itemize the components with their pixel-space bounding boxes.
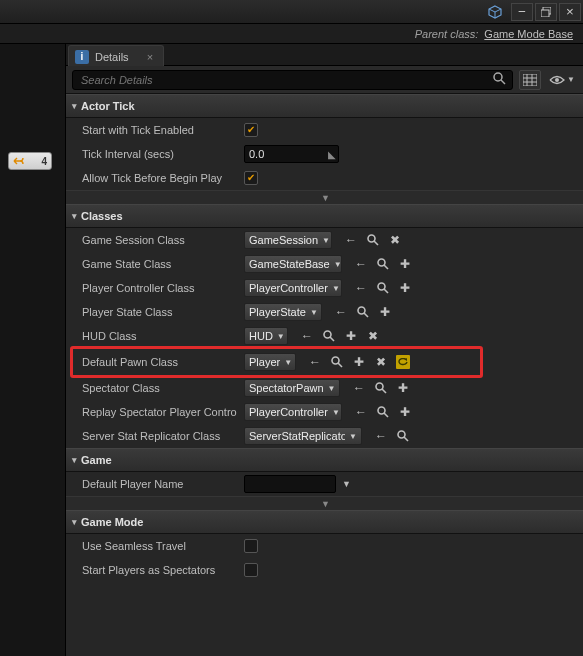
row-allow-tick-before: Allow Tick Before Begin Play [66, 166, 583, 190]
add-new-icon[interactable]: ✚ [352, 355, 366, 369]
search-icon [493, 72, 506, 87]
reset-to-default-icon[interactable] [396, 355, 410, 369]
close-button[interactable]: × [559, 3, 581, 21]
use-selected-icon[interactable]: ← [344, 233, 358, 247]
use-selected-icon[interactable]: ← [374, 429, 388, 443]
add-new-icon[interactable]: ✚ [398, 281, 412, 295]
use-selected-icon[interactable]: ← [354, 257, 368, 271]
row-replay-spectator-class: Replay Spectator Player Contro PlayerCon… [66, 400, 583, 424]
tab-close-icon[interactable]: × [147, 51, 153, 63]
row-start-as-spectators: Start Players as Spectators [66, 558, 583, 582]
search-row: ▼ [66, 66, 583, 94]
dropdown-game-session[interactable]: GameSession▼ [244, 231, 332, 249]
advanced-toggle-actor-tick[interactable]: ▼ [66, 190, 583, 204]
search-box[interactable] [72, 70, 513, 90]
svg-line-23 [330, 337, 334, 341]
ue-logo-icon [487, 4, 503, 20]
svg-point-18 [378, 283, 385, 290]
section-game-mode[interactable]: ▾ Game Mode [66, 510, 583, 534]
row-default-pawn-class: Default Pawn Class Player▼ ← ✚ ✖ [66, 348, 583, 376]
dropdown-default-pawn[interactable]: Player▼ [244, 353, 296, 371]
localize-dropdown-icon[interactable]: ▼ [342, 479, 351, 489]
browse-icon[interactable] [376, 405, 390, 419]
browse-icon[interactable] [374, 381, 388, 395]
svg-point-13 [555, 78, 559, 82]
use-selected-icon[interactable]: ← [354, 405, 368, 419]
search-input[interactable] [81, 74, 493, 86]
section-game[interactable]: ▾ Game [66, 448, 583, 472]
svg-point-24 [332, 357, 339, 364]
row-player-state-class: Player State Class PlayerState▼ ← ✚ [66, 300, 583, 324]
add-new-icon[interactable]: ✚ [396, 381, 410, 395]
browse-icon[interactable] [366, 233, 380, 247]
clear-icon[interactable]: ✖ [366, 329, 380, 343]
property-matrix-button[interactable] [519, 70, 541, 90]
view-options-button[interactable]: ▼ [547, 75, 577, 85]
dropdown-player-controller[interactable]: PlayerController▼ [244, 279, 342, 297]
svg-line-30 [384, 413, 388, 417]
svg-rect-5 [541, 10, 549, 17]
checkbox-allow-tick-before[interactable] [244, 171, 258, 185]
dropdown-hud[interactable]: HUD▼ [244, 327, 288, 345]
sidebar-chip-value: 4 [41, 156, 47, 167]
browse-icon[interactable] [322, 329, 336, 343]
browse-icon[interactable] [396, 429, 410, 443]
svg-point-27 [376, 383, 383, 390]
svg-line-17 [384, 265, 388, 269]
add-new-icon[interactable]: ✚ [378, 305, 392, 319]
add-new-icon[interactable]: ✚ [398, 257, 412, 271]
add-new-icon[interactable]: ✚ [344, 329, 358, 343]
dropdown-replay-spectator[interactable]: PlayerController▼ [244, 403, 342, 421]
svg-line-7 [501, 80, 505, 84]
use-selected-icon[interactable]: ← [308, 355, 322, 369]
clear-icon[interactable]: ✖ [374, 355, 388, 369]
use-selected-icon[interactable]: ← [334, 305, 348, 319]
browse-icon[interactable] [356, 305, 370, 319]
input-tick-interval[interactable]: 0.0 ◣ [244, 145, 339, 163]
use-selected-icon[interactable]: ← [300, 329, 314, 343]
tab-details[interactable]: i Details × [68, 45, 164, 67]
checkbox-seamless-travel[interactable] [244, 539, 258, 553]
clear-icon[interactable]: ✖ [388, 233, 402, 247]
parent-class-label: Parent class: [415, 28, 479, 40]
details-panel: i Details × ▼ ▾ Actor Tick Start with Ti… [66, 44, 583, 656]
advanced-toggle-game[interactable]: ▼ [66, 496, 583, 510]
disclosure-icon: ▾ [72, 455, 77, 465]
row-spectator-class: Spectator Class SpectatorPawn▼ ← ✚ [66, 376, 583, 400]
row-hud-class: HUD Class HUD▼ ← ✚ ✖ [66, 324, 583, 348]
svg-line-15 [374, 241, 378, 245]
row-default-player-name: Default Player Name ▼ [66, 472, 583, 496]
svg-point-20 [358, 307, 365, 314]
svg-rect-8 [523, 74, 537, 86]
use-selected-icon[interactable]: ← [354, 281, 368, 295]
section-actor-tick[interactable]: ▾ Actor Tick [66, 94, 583, 118]
window-titlebar: − × [0, 0, 583, 24]
sidebar-chip[interactable]: 4 [8, 152, 52, 170]
checkbox-start-with-tick[interactable] [244, 123, 258, 137]
dropdown-spectator[interactable]: SpectatorPawn▼ [244, 379, 340, 397]
maximize-button[interactable] [535, 3, 557, 21]
svg-point-29 [378, 407, 385, 414]
add-new-icon[interactable]: ✚ [398, 405, 412, 419]
browse-icon[interactable] [376, 257, 390, 271]
tab-bar: i Details × [66, 44, 583, 66]
row-server-stat-class: Server Stat Replicator Class ServerStatR… [66, 424, 583, 448]
use-selected-icon[interactable]: ← [352, 381, 366, 395]
browse-icon[interactable] [376, 281, 390, 295]
dropdown-player-state[interactable]: PlayerState▼ [244, 303, 322, 321]
minimize-button[interactable]: − [511, 3, 533, 21]
row-game-state-class: Game State Class GameStateBase▼ ← ✚ [66, 252, 583, 276]
checkbox-start-spectators[interactable] [244, 563, 258, 577]
disclosure-icon: ▾ [72, 101, 77, 111]
dropdown-game-state[interactable]: GameStateBase▼ [244, 255, 342, 273]
browse-icon[interactable] [330, 355, 344, 369]
section-classes[interactable]: ▾ Classes [66, 204, 583, 228]
parent-class-link[interactable]: Game Mode Base [484, 28, 573, 40]
row-player-controller-class: Player Controller Class PlayerController… [66, 276, 583, 300]
parent-class-row: Parent class: Game Mode Base [0, 24, 583, 44]
info-icon: i [75, 50, 89, 64]
input-default-player-name[interactable] [244, 475, 336, 493]
dropdown-server-stat[interactable]: ServerStatReplicator▼ [244, 427, 362, 445]
row-game-session-class: Game Session Class GameSession▼ ← ✖ [66, 228, 583, 252]
left-sidebar: 4 [0, 44, 66, 656]
